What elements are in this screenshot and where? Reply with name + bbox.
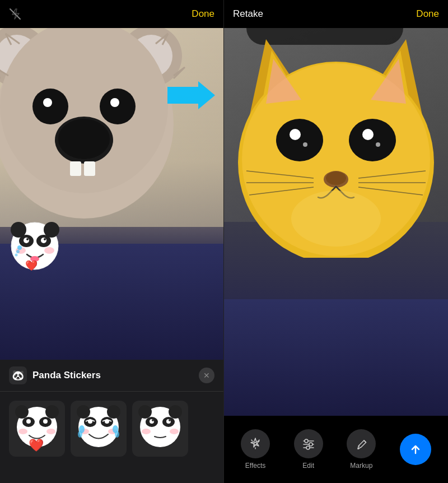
svg-point-21	[24, 238, 29, 243]
sticker-grid: ❤️	[0, 392, 223, 483]
markup-toolbar-item[interactable]: Markup	[347, 429, 376, 470]
svg-point-88	[291, 191, 381, 247]
svg-point-64	[142, 429, 151, 434]
retake-label: Retake	[233, 8, 263, 19]
svg-text:❤️: ❤️	[25, 259, 38, 272]
send-button[interactable]	[400, 434, 431, 465]
svg-point-44	[107, 405, 120, 419]
svg-point-38	[43, 419, 48, 424]
retake-button[interactable]: Retake	[233, 8, 263, 20]
effects-toolbar-item[interactable]: Effects	[241, 429, 270, 470]
flash-off-icon[interactable]	[9, 8, 21, 20]
svg-point-57	[169, 405, 182, 419]
svg-point-89	[254, 443, 257, 445]
svg-point-33	[15, 405, 29, 419]
sticker-panel-close[interactable]: ✕	[199, 368, 214, 383]
left-done-button[interactable]: Done	[192, 8, 214, 20]
svg-point-75	[349, 119, 396, 161]
right-header: Retake Done	[224, 0, 448, 28]
markup-icon	[354, 436, 368, 451]
svg-text:❤️: ❤️	[29, 438, 44, 453]
close-icon: ✕	[203, 371, 210, 380]
panda-sticker-camera: ❤️	[8, 220, 62, 273]
svg-point-78	[303, 142, 307, 147]
edit-icon	[301, 436, 316, 451]
svg-point-30	[16, 250, 20, 253]
svg-point-54	[115, 431, 119, 438]
svg-point-65	[170, 429, 179, 434]
svg-point-23	[26, 238, 29, 240]
svg-point-10	[100, 89, 136, 124]
svg-point-93	[309, 443, 312, 446]
left-camera-view: ❤️	[0, 28, 223, 360]
svg-point-11	[43, 98, 52, 107]
svg-point-39	[18, 429, 27, 434]
svg-marker-15	[167, 81, 215, 109]
svg-rect-13	[70, 161, 81, 176]
left-panel: Done	[0, 0, 224, 483]
svg-point-77	[362, 129, 374, 140]
svg-point-76	[290, 129, 301, 140]
svg-point-74	[276, 119, 323, 161]
svg-point-31	[15, 254, 18, 257]
effects-icon	[248, 436, 263, 451]
sticker-panel-title: Panda Stickers	[32, 370, 101, 381]
blue-arrow	[167, 78, 215, 112]
svg-point-81	[326, 171, 346, 185]
svg-point-79	[376, 142, 380, 147]
svg-point-52	[78, 431, 82, 438]
right-camera-view	[224, 28, 448, 416]
right-done-button[interactable]: Done	[416, 8, 439, 20]
koala-animoji	[0, 28, 196, 235]
sticker-item[interactable]: ❤️	[9, 401, 65, 457]
svg-point-91	[305, 439, 308, 443]
markup-icon-circle	[347, 429, 376, 458]
svg-point-37	[26, 419, 31, 424]
svg-point-9	[32, 89, 68, 124]
right-done-label: Done	[416, 8, 439, 19]
svg-point-62	[152, 419, 154, 421]
right-toolbar: Effects Edit	[224, 416, 448, 483]
svg-point-8	[58, 119, 110, 159]
left-done-label: Done	[192, 8, 214, 19]
effects-icon-circle	[241, 429, 270, 458]
markup-label: Markup	[350, 462, 372, 470]
svg-point-56	[138, 405, 152, 419]
sticker-panel: 🐼 Panda Stickers ✕	[0, 360, 223, 483]
left-header: Done	[0, 0, 223, 28]
edit-icon-circle	[294, 429, 323, 458]
send-icon	[408, 442, 423, 457]
svg-point-40	[46, 429, 55, 434]
svg-point-24	[44, 238, 46, 240]
sticker-item[interactable]	[71, 401, 127, 457]
sticker-panel-header: 🐼 Panda Stickers ✕	[0, 360, 223, 392]
sticker-panel-icon: 🐼	[9, 366, 27, 384]
svg-point-43	[77, 405, 90, 419]
edit-label: Edit	[302, 462, 314, 470]
sticker-title-group: 🐼 Panda Stickers	[9, 366, 101, 384]
svg-point-34	[45, 405, 59, 419]
effects-label: Effects	[245, 462, 265, 470]
svg-point-12	[110, 98, 119, 107]
cat-animoji	[224, 28, 448, 258]
sticker-item[interactable]	[132, 401, 188, 457]
svg-rect-14	[84, 161, 95, 176]
svg-point-22	[41, 238, 46, 243]
svg-point-95	[306, 446, 310, 449]
svg-point-63	[169, 419, 171, 421]
svg-point-29	[17, 245, 22, 250]
edit-toolbar-item[interactable]: Edit	[294, 429, 323, 470]
right-panel: Retake Done	[224, 0, 448, 483]
svg-point-26	[44, 247, 54, 254]
